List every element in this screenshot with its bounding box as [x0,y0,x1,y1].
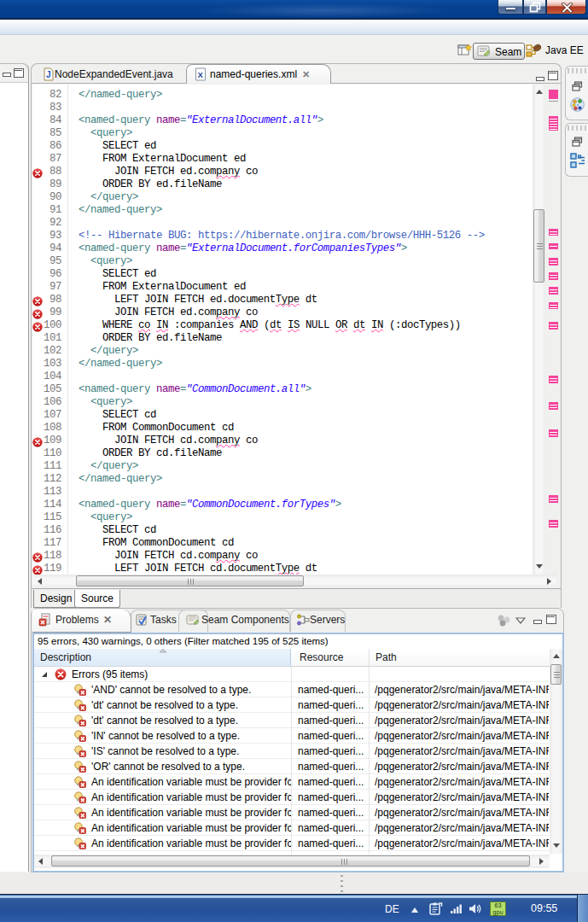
svg-text:J: J [46,70,51,79]
svg-text:X: X [197,70,203,79]
